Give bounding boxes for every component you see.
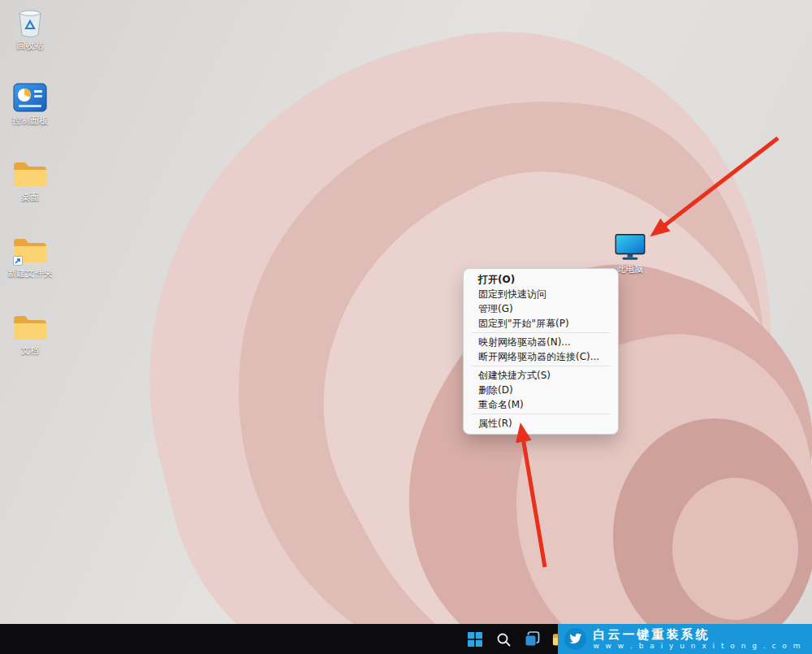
desktop-icon-label: 回收站 xyxy=(17,41,44,51)
watermark-text: 白云一键重装系统 w w w . b a i y u n x i t o n g… xyxy=(593,628,802,651)
menu-item-delete[interactable]: 删除(D) xyxy=(464,383,618,397)
menu-item-create-shortcut[interactable]: 创建快捷方式(S) xyxy=(464,368,618,383)
context-menu: 打开(O) 固定到快速访问 管理(G) 固定到"开始"屏幕(P) 映射网络驱动器… xyxy=(463,268,619,435)
menu-item-open[interactable]: 打开(O) xyxy=(464,272,618,287)
desktop-icon-label: 桌面 xyxy=(21,193,39,202)
watermark: 白云一键重装系统 w w w . b a i y u n x i t o n g… xyxy=(558,624,812,654)
shortcut-arrow-icon xyxy=(13,256,23,266)
menu-separator xyxy=(472,414,610,414)
desktop-icon-label: 新建文件夹 xyxy=(8,269,53,279)
search-icon xyxy=(496,632,511,647)
start-button[interactable] xyxy=(464,629,486,650)
folder-icon xyxy=(12,158,48,190)
desktop-icon-label: 文档 xyxy=(21,346,39,356)
desktop-icon-recycle-bin[interactable]: 回收站 xyxy=(5,6,55,51)
search-button[interactable] xyxy=(493,629,514,650)
menu-item-pin-to-start[interactable]: 固定到"开始"屏幕(P) xyxy=(464,316,618,331)
taskbar: 白云一键重装系统 w w w . b a i y u n x i t o n g… xyxy=(0,624,812,654)
this-pc-icon xyxy=(612,231,648,263)
twitter-bird-icon xyxy=(564,628,586,650)
desktop-icon-label: 此电脑 xyxy=(617,265,644,275)
start-icon xyxy=(468,632,482,647)
menu-separator xyxy=(472,366,610,366)
folder-shortcut-icon xyxy=(12,234,48,266)
task-view-button[interactable] xyxy=(521,629,542,650)
wallpaper-petal xyxy=(78,0,812,654)
desktop-wallpaper xyxy=(0,0,812,654)
desktop-icon-shortcut-folder[interactable]: 新建文件夹 xyxy=(5,234,55,279)
menu-item-disconnect-network-drive[interactable]: 断开网络驱动器的连接(C)... xyxy=(464,349,618,364)
menu-item-pin-quick-access[interactable]: 固定到快速访问 xyxy=(464,287,618,301)
wallpaper-petal xyxy=(613,418,812,654)
wallpaper-petal xyxy=(672,478,798,620)
desktop-icon-documents-folder[interactable]: 文档 xyxy=(5,311,55,356)
watermark-title: 白云一键重装系统 xyxy=(593,628,802,642)
folder-icon xyxy=(12,311,48,344)
watermark-url: w w w . b a i y u n x i t o n g . c o m xyxy=(593,642,802,651)
desktop-icon-desktop-folder[interactable]: 桌面 xyxy=(5,158,55,202)
desktop-icon-label: 控制面板 xyxy=(12,116,48,126)
menu-item-manage[interactable]: 管理(G) xyxy=(464,301,618,316)
menu-item-map-network-drive[interactable]: 映射网络驱动器(N)... xyxy=(464,335,618,349)
menu-item-properties[interactable]: 属性(R) xyxy=(464,416,618,431)
desktop-icon-control-panel[interactable]: 控制面板 xyxy=(5,81,55,126)
menu-separator xyxy=(472,332,610,333)
task-view-icon xyxy=(525,631,540,647)
recycle-bin-icon xyxy=(12,6,48,39)
control-panel-icon xyxy=(12,81,48,114)
menu-item-rename[interactable]: 重命名(M) xyxy=(464,397,618,412)
